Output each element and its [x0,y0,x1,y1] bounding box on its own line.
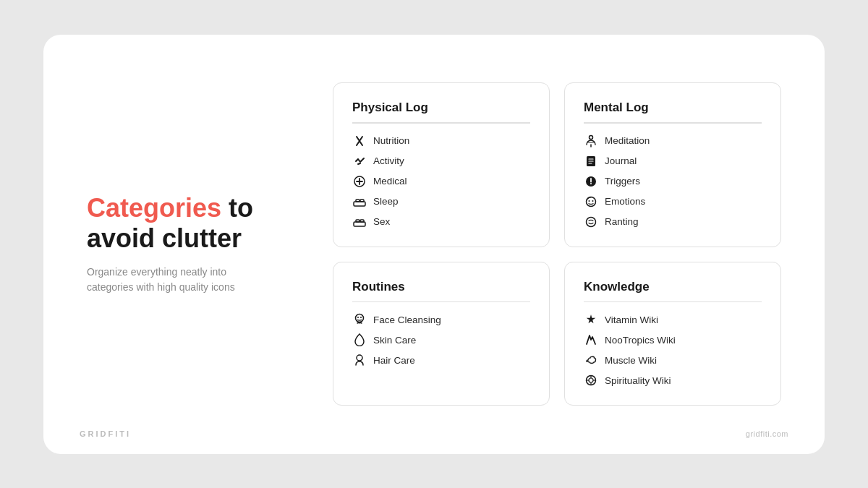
svg-point-26 [357,317,359,318]
category-grid: Physical Log Nutrition Activity [333,82,781,406]
headline: Categories toavoid clutter [87,193,289,253]
sleep-icon [352,194,367,209]
journal-icon [584,154,598,168]
journal-label: Journal [605,155,637,166]
activity-icon [352,154,367,168]
vitamin-wiki-label: Vitamin Wiki [605,314,658,325]
skin-care-icon [352,333,367,347]
svg-point-23 [592,200,594,202]
hair-care-label: Hair Care [373,355,415,366]
svg-point-27 [360,317,362,318]
svg-rect-7 [360,200,364,202]
list-item: Nutrition [352,134,530,148]
nootropics-wiki-icon [584,333,598,347]
list-item: Skin Care [352,333,530,347]
brand-name: GRIDFITI [80,429,131,438]
svg-point-24 [587,217,596,226]
list-item: Face Cleansing [352,312,530,327]
spirituality-wiki-label: Spirituality Wiki [605,375,671,386]
routines-items: Face Cleansing Skin Care Hair Care [352,312,530,367]
svg-point-11 [590,135,593,139]
face-cleansing-label: Face Cleansing [373,314,441,325]
medical-label: Medical [373,176,407,187]
physical-log-title: Physical Log [352,100,530,115]
list-item: Sex [352,215,530,229]
nutrition-icon [352,134,367,148]
muscle-wiki-label: Muscle Wiki [605,355,657,366]
brand-website: gridfiti.com [746,429,788,438]
mental-log-title: Mental Log [584,100,762,115]
list-item: Journal [584,154,762,168]
list-item: Muscle Wiki [584,353,762,367]
svg-rect-5 [354,202,365,206]
list-item: NooTropics Wiki [584,333,762,347]
physical-log-items: Nutrition Activity Medical [352,134,530,229]
divider [584,122,762,124]
list-item: Spirituality Wiki [584,373,762,388]
left-section: Categories toavoid clutter Organize ever… [87,193,289,295]
svg-point-20 [590,183,592,184]
ranting-icon [584,215,598,229]
sex-label: Sex [373,216,390,227]
nutrition-label: Nutrition [373,135,409,146]
list-item: Activity [352,154,530,168]
svg-point-25 [356,314,364,322]
skin-care-label: Skin Care [373,335,416,346]
list-item: Meditation [584,134,762,148]
mental-log-card: Mental Log Meditation Journal [564,82,781,247]
divider [584,301,762,303]
routines-card: Routines Face Cleansing Skin Care [333,262,550,406]
meditation-icon [584,134,598,148]
activity-label: Activity [373,155,404,166]
triggers-icon [584,174,598,189]
emotions-label: Emotions [605,196,645,207]
sleep-label: Sleep [373,196,399,207]
list-item: Sleep [352,194,530,209]
list-item: Ranting [584,215,762,229]
svg-rect-9 [356,220,359,222]
triggers-label: Triggers [605,176,640,187]
list-item: Hair Care [352,353,530,367]
physical-log-card: Physical Log Nutrition Activity [333,82,550,247]
list-item: Triggers [584,174,762,189]
svg-rect-10 [360,220,364,222]
headline-highlight: Categories [87,193,221,223]
svg-rect-8 [354,222,365,226]
divider [352,301,530,303]
svg-point-30 [589,378,593,382]
hair-care-icon [352,353,367,367]
list-item: Medical [352,174,530,189]
knowledge-title: Knowledge [584,280,762,294]
nootropics-wiki-label: NooTropics Wiki [605,335,676,346]
svg-point-22 [589,200,590,202]
sex-icon [352,215,367,229]
emotions-icon [584,194,598,209]
list-item: Vitamin Wiki [584,312,762,327]
list-item: Emotions [584,194,762,209]
meditation-label: Meditation [605,135,650,146]
divider [352,122,530,124]
muscle-wiki-icon [584,353,598,367]
svg-rect-6 [356,200,359,202]
spirituality-wiki-icon [584,373,598,388]
face-cleansing-icon [352,312,367,327]
svg-point-28 [357,355,362,361]
knowledge-items: Vitamin Wiki NooTropics Wiki Muscle Wiki [584,312,762,388]
mental-log-items: Meditation Journal Triggers [584,134,762,229]
knowledge-card: Knowledge Vitamin Wiki NooTropics Wiki [564,262,781,406]
ranting-label: Ranting [605,216,639,227]
routines-title: Routines [352,280,530,294]
main-card: Categories toavoid clutter Organize ever… [43,35,825,454]
medical-icon [352,174,367,189]
vitamin-wiki-icon [584,312,598,327]
subtitle: Organize everything neatly into categori… [87,265,246,295]
